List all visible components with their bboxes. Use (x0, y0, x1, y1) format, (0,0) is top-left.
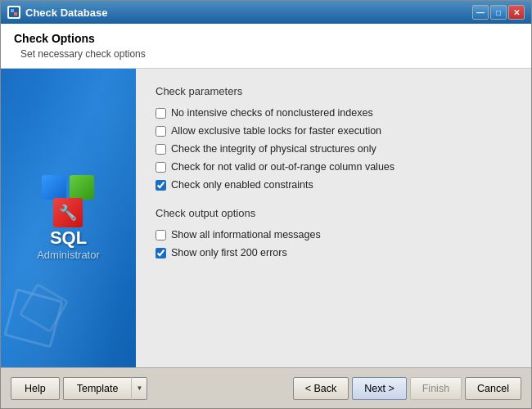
main-window: Check Database — □ ✕ Check Options Set n… (0, 0, 532, 409)
check-option-1-label: No intensive checks of nonclustered inde… (171, 107, 373, 119)
check-option-1[interactable]: No intensive checks of nonclustered inde… (156, 107, 512, 119)
svg-rect-2 (14, 12, 17, 16)
check-option-2-input[interactable] (156, 126, 166, 137)
finish-button[interactable]: Finish (410, 377, 462, 400)
logo-sql-text: SQL (50, 227, 87, 249)
next-button[interactable]: Next > (352, 377, 406, 400)
close-button[interactable]: ✕ (508, 5, 525, 20)
check-option-4-label: Check for not valid or out-of-range colu… (171, 161, 394, 173)
left-panel: 🔧 SQL Administrator (1, 69, 136, 367)
check-option-5-input[interactable] (156, 180, 166, 191)
wrench-icon: 🔧 (59, 204, 77, 222)
check-option-2-label: Allow exclusive table locks for faster e… (171, 125, 381, 137)
logo-admin-text: Administrator (37, 249, 100, 261)
page-subtitle: Set necessary check options (20, 48, 518, 60)
check-option-4-input[interactable] (156, 162, 166, 173)
header-section: Check Options Set necessary check option… (1, 24, 531, 69)
output-option-2[interactable]: Show only first 200 errors (156, 247, 512, 258)
back-button[interactable]: < Back (293, 377, 349, 400)
maximize-button[interactable]: □ (490, 5, 507, 20)
help-button[interactable]: Help (11, 377, 60, 400)
check-option-3[interactable]: Check the integrity of physical structur… (156, 143, 512, 155)
output-option-1-label: Show all informational messages (171, 229, 321, 240)
check-parameters-group: No intensive checks of nonclustered inde… (156, 107, 512, 191)
nav-buttons: < Back Next > Finish Cancel (293, 377, 521, 400)
title-bar: Check Database — □ ✕ (1, 1, 531, 24)
check-option-4[interactable]: Check for not valid or out-of-range colu… (156, 161, 512, 173)
footer: Help Template ▼ < Back Next > Finish Can… (1, 367, 531, 408)
check-option-2[interactable]: Allow exclusive table locks for faster e… (156, 125, 512, 137)
window-icon (7, 6, 20, 19)
svg-rect-1 (11, 9, 14, 12)
check-option-3-label: Check the integrity of physical structur… (171, 143, 376, 155)
check-parameters-label: Check parameters (156, 85, 512, 97)
check-option-1-input[interactable] (156, 108, 166, 119)
window-title: Check Database (25, 7, 107, 19)
template-dropdown-button[interactable]: ▼ (131, 377, 147, 400)
output-option-1-input[interactable] (156, 230, 166, 240)
template-group: Template ▼ (63, 377, 148, 400)
right-panel: Check parameters No intensive checks of … (136, 69, 531, 367)
check-output-label: Check output options (156, 207, 512, 219)
output-option-2-input[interactable] (156, 248, 166, 258)
logo-green-square (70, 175, 94, 200)
title-controls: — □ ✕ (472, 5, 525, 20)
cancel-button[interactable]: Cancel (465, 377, 521, 400)
logo-blue-square (42, 175, 66, 200)
logo-area: 🔧 SQL Administrator (37, 175, 100, 261)
logo-red-square: 🔧 (53, 198, 83, 227)
check-option-5[interactable]: Check only enabled constraints (156, 179, 512, 191)
output-option-2-label: Show only first 200 errors (171, 247, 287, 258)
main-content: 🔧 SQL Administrator Check parameters No … (1, 69, 531, 367)
logo-icon: 🔧 (42, 175, 94, 227)
output-option-1[interactable]: Show all informational messages (156, 229, 512, 240)
check-option-3-input[interactable] (156, 144, 166, 155)
check-option-5-label: Check only enabled constraints (171, 179, 313, 191)
template-button[interactable]: Template (63, 377, 132, 400)
minimize-button[interactable]: — (472, 5, 489, 20)
page-title: Check Options (14, 32, 518, 45)
check-output-group: Show all informational messages Show onl… (156, 229, 512, 258)
